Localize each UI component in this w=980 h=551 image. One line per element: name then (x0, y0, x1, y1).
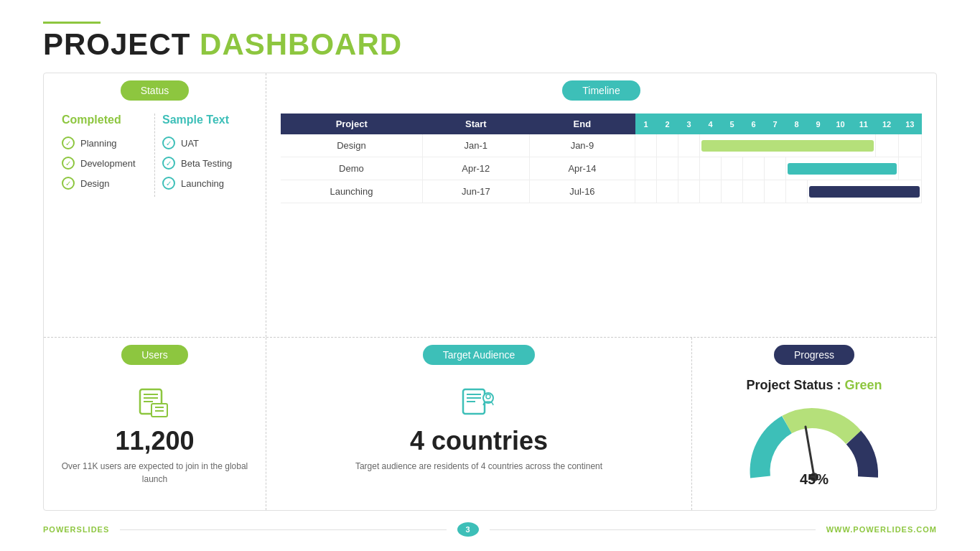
gantt-table: Project Start End 1 2 3 4 5 6 7 8 (281, 114, 922, 203)
gantt-cell (743, 180, 765, 203)
gantt-cell (765, 157, 786, 180)
check-icon: ✓ (62, 136, 75, 149)
item-label: Design (80, 178, 109, 189)
users-header: Users (55, 338, 255, 372)
audience-header: Target Audience (281, 338, 677, 372)
timeline-section: Timeline Project Start End 1 2 3 (266, 73, 936, 337)
footer-line-right (490, 529, 816, 530)
title-green: DASHBOARD (190, 27, 402, 61)
status-columns: Completed ✓ Planning ✓ Development ✓ Des… (44, 114, 266, 197)
list-item: ✓ Launching (162, 177, 248, 190)
col-2: 2 (657, 114, 678, 134)
col-8: 8 (786, 114, 808, 134)
status-value: Green (845, 378, 882, 392)
list-item: ✓ Beta Testing (162, 157, 248, 170)
timeline-pill: Timeline (562, 80, 640, 101)
audience-pill: Target Audience (423, 345, 535, 365)
col-12: 12 (875, 114, 898, 134)
completed-col: Completed ✓ Planning ✓ Development ✓ Des… (55, 114, 155, 197)
gantt-cell (635, 134, 657, 157)
page-title: PROJECT DASHBOARD (43, 29, 937, 60)
footer-line-left (120, 529, 446, 530)
gantt-cell (700, 157, 722, 180)
col-end: End (529, 114, 635, 134)
end-date: Jul-16 (529, 180, 635, 203)
status-section: Status Completed ✓ Planning ✓ Developmen… (44, 73, 266, 337)
gantt-cell (700, 180, 722, 203)
gantt-cell (898, 134, 921, 157)
gantt-cell (657, 134, 678, 157)
col-11: 11 (852, 114, 875, 134)
project-name: Demo (281, 157, 422, 180)
dashboard-page: PROJECT DASHBOARD Status Completed ✓ Pla… (0, 0, 980, 551)
page-number: 3 (457, 522, 479, 537)
audience-description: Target audience are residents of 4 count… (355, 460, 602, 473)
start-date: Jun-17 (422, 180, 529, 203)
col-1: 1 (635, 114, 657, 134)
col-6: 6 (743, 114, 765, 134)
progress-section: Progress Project Status : Green (692, 338, 936, 510)
gantt-cell (678, 157, 700, 180)
check-icon: ✓ (162, 177, 175, 190)
item-label: Planning (80, 138, 117, 149)
table-row: Design Jan-1 Jan-9 (281, 134, 922, 157)
gantt-cell (635, 157, 657, 180)
header: PROJECT DASHBOARD (43, 22, 937, 60)
col-9: 9 (808, 114, 829, 134)
gantt-bar-cell (808, 180, 922, 203)
users-pill: Users (121, 345, 188, 365)
gantt-cell (678, 134, 700, 157)
gantt-bar-cell (700, 134, 876, 157)
col-3: 3 (678, 114, 700, 134)
gantt-cell (657, 180, 678, 203)
end-date: Apr-14 (529, 157, 635, 180)
col-7: 7 (765, 114, 786, 134)
col-start: Start (422, 114, 529, 134)
gantt-bar (701, 140, 874, 152)
list-item: ✓ Planning (62, 136, 147, 149)
users-section: Users 11,200 Over 11K users are expected… (44, 338, 266, 510)
brand-black: POWER (43, 525, 77, 534)
project-name: Design (281, 134, 422, 157)
end-date: Jan-9 (529, 134, 635, 157)
gantt-cell (875, 134, 898, 157)
gantt-cell (657, 157, 678, 180)
status-pill: Status (121, 80, 190, 101)
check-icon: ✓ (62, 157, 75, 170)
gantt-cell (743, 157, 765, 180)
audience-section: Target Audience 4 countries Target audie… (266, 338, 692, 510)
item-label: Development (80, 158, 136, 169)
col-5: 5 (722, 114, 743, 134)
top-row: Status Completed ✓ Planning ✓ Developmen… (44, 73, 936, 338)
gantt-container: Project Start End 1 2 3 4 5 6 7 8 (266, 114, 936, 330)
gantt-bar-cell (786, 157, 899, 180)
title-black: PROJECT (43, 27, 190, 61)
check-icon: ✓ (62, 177, 75, 190)
gauge-container: 45% (742, 405, 886, 484)
check-icon: ✓ (162, 157, 175, 170)
start-date: Apr-12 (422, 157, 529, 180)
status-header: Status (44, 73, 266, 108)
gantt-cell (898, 157, 921, 180)
footer-url: WWW.POWERLIDES.COM (826, 525, 937, 534)
completed-title: Completed (62, 114, 147, 126)
header-accent-line (43, 22, 101, 24)
col-4: 4 (700, 114, 722, 134)
gantt-cell (722, 180, 743, 203)
footer: POWERSLIDES 3 WWW.POWERLIDES.COM (43, 517, 937, 537)
brand-green: SLIDES (77, 525, 110, 534)
item-label: Launching (181, 178, 224, 189)
item-label: Beta Testing (181, 158, 232, 169)
list-item: ✓ Development (62, 157, 147, 170)
progress-pill: Progress (774, 345, 854, 365)
gantt-cell (722, 157, 743, 180)
col-10: 10 (829, 114, 852, 134)
gantt-cell (765, 180, 786, 203)
table-row: Demo Apr-12 Apr-14 (281, 157, 922, 180)
check-icon: ✓ (162, 136, 175, 149)
sample-col: Sample Text ✓ UAT ✓ Beta Testing ✓ Launc… (155, 114, 255, 197)
audience-icon (461, 384, 497, 422)
timeline-header: Timeline (266, 73, 936, 108)
project-status: Project Status : Green (746, 378, 882, 393)
col-project: Project (281, 114, 422, 134)
